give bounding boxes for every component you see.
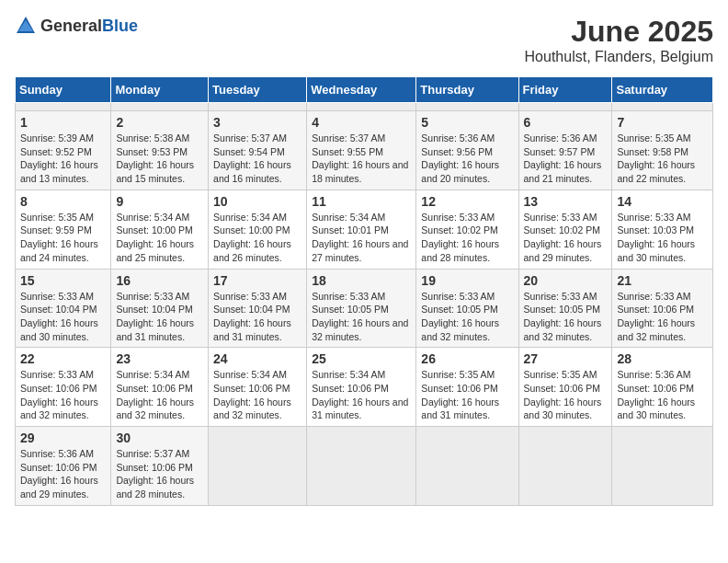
day-info: Sunrise: 5:33 AMSunset: 10:06 PMDaylight… xyxy=(617,290,708,344)
day-info: Sunrise: 5:38 AMSunset: 9:53 PMDaylight:… xyxy=(116,132,203,186)
header-row: SundayMondayTuesdayWednesdayThursdayFrid… xyxy=(16,77,713,103)
day-info: Sunrise: 5:33 AMSunset: 10:05 PMDaylight… xyxy=(421,290,513,344)
day-number: 21 xyxy=(617,273,708,288)
day-info: Sunrise: 5:34 AMSunset: 10:00 PMDaylight… xyxy=(213,211,301,265)
day-cell: 13Sunrise: 5:33 AMSunset: 10:02 PMDaylig… xyxy=(518,190,612,269)
day-number: 5 xyxy=(421,115,513,130)
day-number: 24 xyxy=(213,351,301,366)
day-cell: 25Sunrise: 5:34 AMSunset: 10:06 PMDaylig… xyxy=(307,348,416,427)
day-cell: 27Sunrise: 5:35 AMSunset: 10:06 PMDaylig… xyxy=(518,348,612,427)
title-area: June 2025 Houthulst, Flanders, Belgium xyxy=(525,15,713,65)
day-info: Sunrise: 5:34 AMSunset: 10:06 PMDaylight… xyxy=(116,368,203,422)
day-cell xyxy=(416,103,518,111)
day-cell xyxy=(518,427,612,506)
day-cell: 10Sunrise: 5:34 AMSunset: 10:00 PMDaylig… xyxy=(209,190,307,269)
day-info: Sunrise: 5:36 AMSunset: 10:06 PMDaylight… xyxy=(20,447,106,501)
day-info: Sunrise: 5:34 AMSunset: 10:06 PMDaylight… xyxy=(312,368,411,422)
day-cell: 5Sunrise: 5:36 AMSunset: 9:56 PMDaylight… xyxy=(416,111,518,190)
day-number: 3 xyxy=(213,115,301,130)
day-cell: 23Sunrise: 5:34 AMSunset: 10:06 PMDaylig… xyxy=(111,348,209,427)
day-cell: 18Sunrise: 5:33 AMSunset: 10:05 PMDaylig… xyxy=(307,269,416,348)
logo-icon xyxy=(15,15,37,37)
header: GeneralBlue June 2025 Houthulst, Flander… xyxy=(15,15,713,65)
col-header-sunday: Sunday xyxy=(16,77,111,103)
logo-blue: Blue xyxy=(102,17,138,35)
day-number: 12 xyxy=(421,194,513,209)
day-cell: 29Sunrise: 5:36 AMSunset: 10:06 PMDaylig… xyxy=(16,427,111,506)
day-info: Sunrise: 5:33 AMSunset: 10:05 PMDaylight… xyxy=(524,290,608,344)
day-number: 1 xyxy=(20,115,106,130)
svg-marker-1 xyxy=(18,20,33,31)
day-cell xyxy=(307,427,416,506)
day-info: Sunrise: 5:34 AMSunset: 10:06 PMDaylight… xyxy=(213,368,301,422)
day-number: 20 xyxy=(524,273,608,288)
day-cell: 9Sunrise: 5:34 AMSunset: 10:00 PMDayligh… xyxy=(111,190,209,269)
day-number: 17 xyxy=(213,273,301,288)
day-number: 23 xyxy=(116,351,203,366)
day-number: 16 xyxy=(116,273,203,288)
week-row-2: 1Sunrise: 5:39 AMSunset: 9:52 PMDaylight… xyxy=(16,111,713,190)
day-info: Sunrise: 5:35 AMSunset: 9:58 PMDaylight:… xyxy=(617,132,708,186)
day-cell: 28Sunrise: 5:36 AMSunset: 10:06 PMDaylig… xyxy=(612,348,713,427)
day-info: Sunrise: 5:37 AMSunset: 10:06 PMDaylight… xyxy=(116,447,203,501)
day-number: 8 xyxy=(20,194,106,209)
day-info: Sunrise: 5:35 AMSunset: 10:06 PMDaylight… xyxy=(524,368,608,422)
day-number: 30 xyxy=(116,431,203,445)
day-cell: 19Sunrise: 5:33 AMSunset: 10:05 PMDaylig… xyxy=(416,269,518,348)
day-number: 9 xyxy=(116,194,203,209)
day-cell: 3Sunrise: 5:37 AMSunset: 9:54 PMDaylight… xyxy=(209,111,307,190)
day-number: 14 xyxy=(617,194,708,209)
day-number: 10 xyxy=(213,194,301,209)
day-info: Sunrise: 5:36 AMSunset: 9:57 PMDaylight:… xyxy=(524,132,608,186)
day-cell: 11Sunrise: 5:34 AMSunset: 10:01 PMDaylig… xyxy=(307,190,416,269)
col-header-monday: Monday xyxy=(111,77,209,103)
day-number: 7 xyxy=(617,115,708,130)
day-number: 4 xyxy=(312,115,411,130)
day-info: Sunrise: 5:33 AMSunset: 10:04 PMDaylight… xyxy=(20,290,106,344)
day-number: 18 xyxy=(312,273,411,288)
week-row-4: 15Sunrise: 5:33 AMSunset: 10:04 PMDaylig… xyxy=(16,269,713,348)
day-info: Sunrise: 5:36 AMSunset: 10:06 PMDaylight… xyxy=(617,368,708,422)
day-number: 22 xyxy=(20,351,106,366)
day-info: Sunrise: 5:37 AMSunset: 9:55 PMDaylight:… xyxy=(312,132,411,186)
day-number: 25 xyxy=(312,351,411,366)
day-number: 15 xyxy=(20,273,106,288)
col-header-tuesday: Tuesday xyxy=(209,77,307,103)
day-cell: 20Sunrise: 5:33 AMSunset: 10:05 PMDaylig… xyxy=(518,269,612,348)
week-row-6: 29Sunrise: 5:36 AMSunset: 10:06 PMDaylig… xyxy=(16,427,713,506)
day-cell xyxy=(612,427,713,506)
day-info: Sunrise: 5:35 AMSunset: 9:59 PMDaylight:… xyxy=(20,211,106,265)
day-info: Sunrise: 5:33 AMSunset: 10:04 PMDaylight… xyxy=(213,290,301,344)
week-row-5: 22Sunrise: 5:33 AMSunset: 10:06 PMDaylig… xyxy=(16,348,713,427)
day-info: Sunrise: 5:34 AMSunset: 10:00 PMDaylight… xyxy=(116,211,203,265)
day-cell: 22Sunrise: 5:33 AMSunset: 10:06 PMDaylig… xyxy=(16,348,111,427)
day-number: 19 xyxy=(421,273,513,288)
day-cell: 8Sunrise: 5:35 AMSunset: 9:59 PMDaylight… xyxy=(16,190,111,269)
day-cell: 6Sunrise: 5:36 AMSunset: 9:57 PMDaylight… xyxy=(518,111,612,190)
day-cell xyxy=(518,103,612,111)
day-info: Sunrise: 5:34 AMSunset: 10:01 PMDaylight… xyxy=(312,211,411,265)
day-info: Sunrise: 5:36 AMSunset: 9:56 PMDaylight:… xyxy=(421,132,513,186)
day-cell: 1Sunrise: 5:39 AMSunset: 9:52 PMDaylight… xyxy=(16,111,111,190)
col-header-wednesday: Wednesday xyxy=(307,77,416,103)
calendar-table: SundayMondayTuesdayWednesdayThursdayFrid… xyxy=(15,76,713,506)
day-info: Sunrise: 5:37 AMSunset: 9:54 PMDaylight:… xyxy=(213,132,301,186)
week-row-3: 8Sunrise: 5:35 AMSunset: 9:59 PMDaylight… xyxy=(16,190,713,269)
day-number: 11 xyxy=(312,194,411,209)
day-cell xyxy=(209,103,307,111)
day-cell: 15Sunrise: 5:33 AMSunset: 10:04 PMDaylig… xyxy=(16,269,111,348)
day-number: 26 xyxy=(421,351,513,366)
day-cell: 30Sunrise: 5:37 AMSunset: 10:06 PMDaylig… xyxy=(111,427,209,506)
day-cell: 2Sunrise: 5:38 AMSunset: 9:53 PMDaylight… xyxy=(111,111,209,190)
day-number: 6 xyxy=(524,115,608,130)
day-info: Sunrise: 5:39 AMSunset: 9:52 PMDaylight:… xyxy=(20,132,106,186)
week-row-1 xyxy=(16,103,713,111)
day-info: Sunrise: 5:33 AMSunset: 10:05 PMDaylight… xyxy=(312,290,411,344)
day-cell: 4Sunrise: 5:37 AMSunset: 9:55 PMDaylight… xyxy=(307,111,416,190)
day-number: 13 xyxy=(524,194,608,209)
logo: GeneralBlue xyxy=(15,15,138,37)
subtitle: Houthulst, Flanders, Belgium xyxy=(525,49,713,65)
day-cell: 26Sunrise: 5:35 AMSunset: 10:06 PMDaylig… xyxy=(416,348,518,427)
col-header-friday: Friday xyxy=(518,77,612,103)
day-cell xyxy=(16,103,111,111)
